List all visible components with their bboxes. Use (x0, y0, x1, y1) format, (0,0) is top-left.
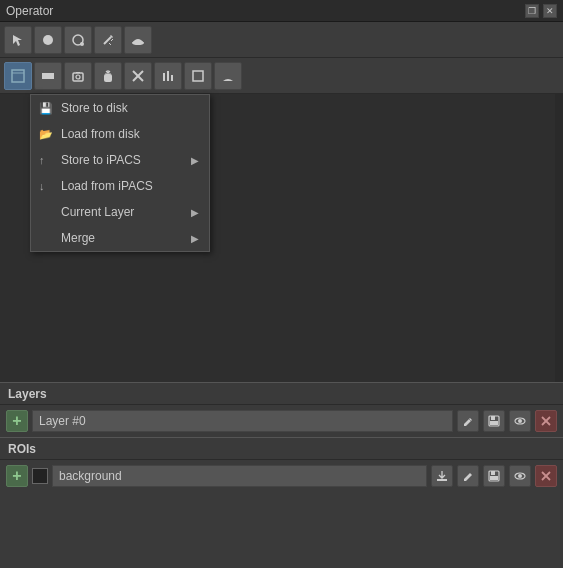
chart-tool-button[interactable] (154, 62, 182, 90)
store-ipacs-icon: ↑ (39, 154, 45, 166)
merge-arrow: ▶ (191, 233, 199, 244)
layers-section: Layers + Layer #0 (0, 382, 563, 437)
add-roi-button[interactable]: + (6, 465, 28, 487)
square-tool-button[interactable] (184, 62, 212, 90)
layers-row: + Layer #0 (0, 405, 563, 437)
roi-color-swatch[interactable] (32, 468, 48, 484)
svg-rect-21 (167, 71, 169, 81)
toggle-layer-visibility-button[interactable] (509, 410, 531, 432)
camera-tool-button[interactable] (64, 62, 92, 90)
svg-point-13 (76, 75, 80, 79)
svg-point-3 (80, 42, 84, 46)
svg-rect-26 (491, 416, 495, 420)
svg-point-37 (518, 474, 522, 478)
close-tool-button[interactable] (124, 62, 152, 90)
remove-roi-button[interactable] (535, 465, 557, 487)
layer-select[interactable]: Layer #0 (32, 410, 453, 432)
svg-rect-14 (104, 74, 112, 82)
restore-button[interactable]: ❐ (525, 4, 539, 18)
load-from-disk-item[interactable]: 📂 Load from disk (31, 121, 209, 147)
crop-tool-button[interactable] (4, 62, 32, 90)
cap-tool-button[interactable] (124, 26, 152, 54)
load-disk-icon: 📂 (39, 128, 53, 141)
svg-rect-12 (73, 73, 83, 81)
svg-point-29 (518, 419, 522, 423)
lasso-tool-button[interactable] (64, 26, 92, 54)
store-to-ipacs-item[interactable]: ↑ Store to iPACS ▶ (31, 147, 209, 173)
svg-rect-23 (193, 71, 203, 81)
title-bar-controls: ❐ ✕ (525, 4, 557, 18)
store-disk-icon: 💾 (39, 102, 53, 115)
pan-tool-button[interactable] (94, 62, 122, 90)
close-window-button[interactable]: ✕ (543, 4, 557, 18)
rois-section: ROIs + background (0, 437, 563, 492)
merge-item[interactable]: Merge ▶ (31, 225, 209, 251)
svg-rect-20 (163, 73, 165, 81)
rois-header-text: ROIs (8, 442, 36, 456)
rois-header: ROIs (0, 438, 563, 460)
store-ipacs-arrow: ▶ (191, 155, 199, 166)
wand-tool-button[interactable] (94, 26, 122, 54)
add-layer-button[interactable]: + (6, 410, 28, 432)
title-text: Operator (6, 4, 53, 18)
remove-layer-button[interactable] (535, 410, 557, 432)
load-from-ipacs-item[interactable]: ↓ Load from iPACS (31, 173, 209, 199)
svg-marker-0 (13, 35, 22, 46)
rect-tool-button[interactable] (34, 62, 62, 90)
arc-tool-button[interactable] (214, 62, 242, 90)
export-roi-button[interactable] (431, 465, 453, 487)
svg-rect-11 (42, 73, 54, 79)
save-layer-button[interactable] (483, 410, 505, 432)
svg-rect-22 (171, 75, 173, 81)
toolbar-row-2: 💾 Store to disk 📂 Load from disk ↑ Store… (0, 58, 563, 94)
svg-line-6 (111, 39, 113, 41)
title-bar: Operator ❐ ✕ (0, 0, 563, 22)
right-scrollbar[interactable] (555, 94, 563, 382)
svg-rect-32 (437, 479, 447, 481)
layers-header-text: Layers (8, 387, 47, 401)
toolbar-row-1 (0, 22, 563, 58)
roi-select[interactable]: background (52, 465, 427, 487)
svg-rect-35 (490, 476, 498, 480)
store-to-disk-item[interactable]: 💾 Store to disk (31, 95, 209, 121)
current-layer-arrow: ▶ (191, 207, 199, 218)
svg-line-4 (104, 37, 111, 44)
rois-row: + background (0, 460, 563, 492)
svg-line-7 (109, 43, 111, 45)
current-layer-item[interactable]: Current Layer ▶ (31, 199, 209, 225)
edit-roi-button[interactable] (457, 465, 479, 487)
toggle-roi-visibility-button[interactable] (509, 465, 531, 487)
layers-header: Layers (0, 383, 563, 405)
svg-rect-27 (490, 421, 498, 425)
load-ipacs-icon: ↓ (39, 180, 45, 192)
svg-point-1 (43, 35, 53, 45)
svg-rect-34 (491, 471, 495, 475)
circle-tool-button[interactable] (34, 26, 62, 54)
select-tool-button[interactable] (4, 26, 32, 54)
svg-rect-9 (12, 70, 24, 82)
dropdown-menu: 💾 Store to disk 📂 Load from disk ↑ Store… (30, 94, 210, 252)
save-roi-button[interactable] (483, 465, 505, 487)
edit-layer-button[interactable] (457, 410, 479, 432)
